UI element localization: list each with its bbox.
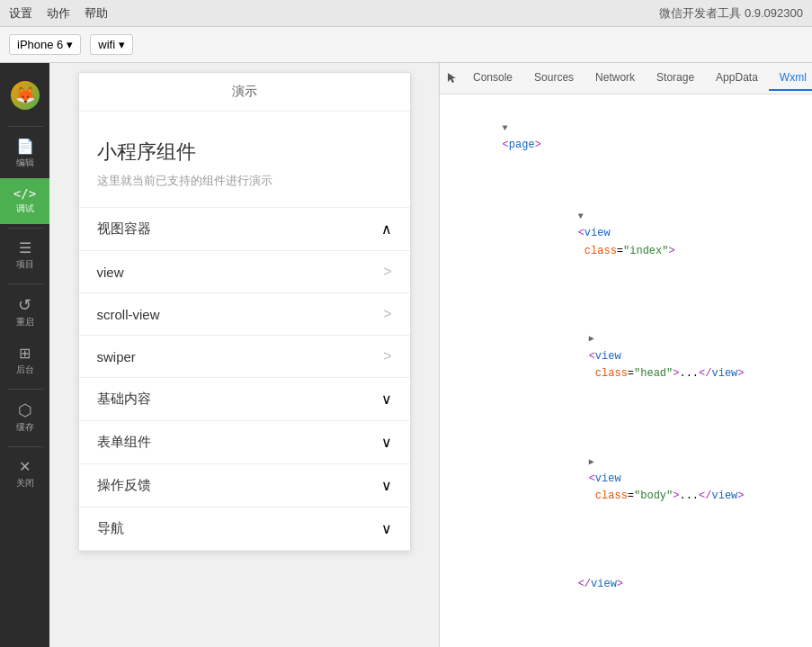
sidebar-item-restart[interactable]: ↺ 重启 — [0, 288, 49, 337]
item-swiper-label: swiper — [97, 349, 136, 364]
menu-bar: 设置 动作 帮助 微信开发者工具 0.9.092300 — [0, 0, 812, 27]
backend-icon: ⊞ — [19, 346, 31, 361]
xml-line-5[interactable]: </view> — [440, 541, 812, 629]
sidebar-item-project[interactable]: ☰ 项目 — [0, 232, 49, 280]
sidebar-divider-5 — [7, 446, 43, 447]
chevron-right-icon-view: > — [383, 264, 391, 280]
xml-line-4[interactable]: ▶ <view class="body">...</view> — [440, 418, 812, 540]
menu-settings[interactable]: 设置 — [9, 5, 32, 22]
item-scroll-view-label: scroll-view — [97, 307, 160, 322]
sidebar-divider-2 — [7, 228, 43, 229]
xml-line-1[interactable]: ▼ <page> — [440, 102, 812, 173]
item-view-label: view — [97, 265, 124, 280]
section-view-container[interactable]: 视图容器 ∧ — [79, 208, 410, 251]
cache-icon: ⬡ — [18, 402, 32, 418]
devtools-content: ▼ <page> ▼ <view class="index"> ▶ <view … — [440, 94, 812, 647]
hero-subtitle: 这里就当前已支持的组件进行演示 — [97, 173, 392, 189]
section-nav-label: 导航 — [97, 520, 124, 537]
network-dropdown-icon: ▾ — [119, 38, 125, 51]
editor-icon: 📄 — [16, 139, 34, 154]
sidebar-item-cache[interactable]: ⬡ 缓存 — [0, 393, 49, 443]
sidebar-close-label: 关闭 — [16, 477, 34, 490]
restart-icon: ↺ — [18, 297, 31, 313]
sidebar-backend-label: 后台 — [16, 364, 34, 376]
list-item-view[interactable]: view > — [79, 251, 410, 293]
section-basic-content[interactable]: 基础内容 ∨ — [79, 378, 410, 421]
devtools-tabs: Console Sources Network Storage AppData … — [440, 63, 812, 94]
tab-sources[interactable]: Sources — [523, 66, 584, 91]
phone-header-title: 演示 — [232, 84, 257, 98]
xml-line-6[interactable]: </page> — [440, 629, 812, 647]
xml-line-3[interactable]: ▶ <view class="head">...</view> — [440, 295, 812, 418]
sidebar-debug-label: 调试 — [16, 202, 34, 215]
sidebar-editor-label: 编辑 — [16, 157, 34, 169]
list-item-swiper[interactable]: swiper > — [79, 336, 410, 378]
device-selector[interactable]: iPhone 6 ▾ — [9, 34, 81, 55]
sidebar-item-close[interactable]: ✕ 关闭 — [0, 451, 49, 499]
menu-bar-left: 设置 动作 帮助 — [9, 5, 108, 22]
chevron-down-icon-basic: ∨ — [381, 391, 392, 408]
sidebar-item-editor[interactable]: 📄 编辑 — [0, 130, 49, 178]
avatar: 🦊 — [11, 81, 40, 110]
project-icon: ☰ — [19, 241, 31, 256]
device-dropdown-icon: ▾ — [67, 38, 73, 51]
device-label: iPhone 6 — [17, 38, 63, 51]
triangle-view-index: ▼ — [578, 210, 584, 224]
main-area: 🦊 📄 编辑 </> 调试 ☰ 项目 ↺ 重启 ⊞ 后台 ⬡ — [0, 63, 812, 647]
devtools-panel: Console Sources Network Storage AppData … — [439, 63, 812, 647]
chevron-down-icon-form: ∨ — [381, 434, 392, 451]
tab-wxml[interactable]: Wxml — [769, 66, 812, 91]
sidebar-cache-label: 缓存 — [16, 421, 34, 434]
section-basic-content-label: 基础内容 — [97, 391, 151, 408]
triangle-view-head: ▶ — [589, 332, 594, 346]
section-form-label: 表单组件 — [97, 434, 151, 451]
triangle-page: ▼ — [503, 121, 508, 136]
debug-icon: </> — [13, 187, 36, 200]
network-selector[interactable]: wifi ▾ — [90, 34, 133, 55]
tab-storage[interactable]: Storage — [646, 66, 705, 91]
section-navigation[interactable]: 导航 ∨ — [79, 508, 410, 551]
chevron-right-icon-swiper: > — [383, 348, 391, 364]
inspector-cursor[interactable] — [444, 66, 459, 91]
section-feedback-label: 操作反馈 — [97, 477, 151, 494]
list-item-scroll-view[interactable]: scroll-view > — [79, 293, 410, 336]
triangle-view-body: ▶ — [589, 455, 594, 470]
tab-console[interactable]: Console — [462, 66, 523, 91]
network-label: wifi — [98, 38, 115, 51]
section-form-components[interactable]: 表单组件 ∨ — [79, 421, 410, 464]
chevron-up-icon: ∧ — [381, 220, 392, 238]
tab-network[interactable]: Network — [584, 66, 646, 91]
tab-appdata[interactable]: AppData — [705, 66, 769, 91]
sidebar-project-label: 项目 — [16, 258, 34, 271]
section-view-container-label: 视图容器 — [97, 220, 151, 238]
menu-action[interactable]: 动作 — [47, 5, 70, 22]
chevron-down-icon-feedback: ∨ — [381, 477, 392, 494]
phone-header: 演示 — [79, 73, 410, 112]
phone-hero: 小程序组件 这里就当前已支持的组件进行演示 — [79, 112, 410, 208]
sidebar-divider-4 — [7, 389, 43, 390]
preview-panel: 演示 小程序组件 这里就当前已支持的组件进行演示 视图容器 ∧ view > s… — [49, 63, 439, 647]
toolbar: iPhone 6 ▾ wifi ▾ — [0, 27, 812, 63]
chevron-right-icon-scroll: > — [383, 306, 391, 322]
section-action-feedback[interactable]: 操作反馈 ∨ — [79, 464, 410, 508]
sidebar: 🦊 📄 编辑 </> 调试 ☰ 项目 ↺ 重启 ⊞ 后台 ⬡ — [0, 63, 49, 647]
menu-help[interactable]: 帮助 — [85, 5, 108, 22]
component-list: 视图容器 ∧ view > scroll-view > swiper > — [79, 208, 410, 551]
sidebar-item-backend[interactable]: ⊞ 后台 — [0, 337, 49, 385]
sidebar-divider-3 — [7, 283, 43, 284]
phone-frame: 演示 小程序组件 这里就当前已支持的组件进行演示 视图容器 ∧ view > s… — [78, 72, 411, 552]
chevron-down-icon-nav: ∨ — [381, 520, 392, 537]
sidebar-item-debug[interactable]: </> 调试 — [0, 178, 49, 224]
xml-line-2[interactable]: ▼ <view class="index"> — [440, 173, 812, 295]
hero-title: 小程序组件 — [97, 139, 392, 166]
sidebar-avatar-item[interactable]: 🦊 — [0, 72, 49, 122]
app-title: 微信开发者工具 0.9.092300 — [659, 5, 803, 22]
sidebar-restart-label: 重启 — [16, 316, 34, 328]
sidebar-divider-1 — [7, 126, 43, 127]
close-icon: ✕ — [19, 460, 31, 474]
